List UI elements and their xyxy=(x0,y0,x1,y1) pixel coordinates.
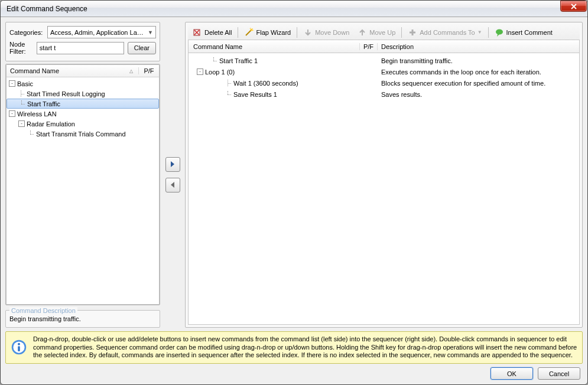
close-button[interactable] xyxy=(560,1,587,12)
arrow-down-icon xyxy=(303,28,313,37)
filter-row: Node Filter: Clear xyxy=(9,41,156,55)
tree-connector xyxy=(225,80,232,86)
command-description-body: Begin transmitting traffic. xyxy=(9,315,156,322)
delete-all-button[interactable]: Delete All xyxy=(189,27,235,38)
sequence-row-desc: Blocks sequencer execution for specified… xyxy=(378,80,579,87)
remove-left-button[interactable] xyxy=(165,178,180,192)
tree-row-label: Radar Emulation xyxy=(27,120,75,128)
tree-row-label: Wireless LAN xyxy=(17,110,57,118)
svg-rect-6 xyxy=(18,347,20,352)
sequencer-tree[interactable]: Start Traffic 1Begin transmitting traffi… xyxy=(188,53,580,325)
svg-point-5 xyxy=(18,343,20,345)
tree-connector xyxy=(28,130,35,137)
tree-row-label: Start Traffic xyxy=(27,100,60,107)
right-panel: Delete All Flap Wizard xyxy=(185,22,583,328)
triangle-right-icon xyxy=(170,161,176,168)
toolbar-sep xyxy=(488,27,489,38)
chevron-down-icon: ▼ xyxy=(477,30,482,35)
command-description-head: Command Description xyxy=(9,307,77,314)
tree-row-label: Basic xyxy=(17,80,33,87)
seq-header-command[interactable]: Command Name xyxy=(189,43,360,50)
filter-input[interactable] xyxy=(37,42,124,54)
tree-row[interactable]: Start Transmit Trials Command xyxy=(7,129,159,139)
command-tree-box: Command Name△ P/F -BasicStart Timed Resu… xyxy=(5,64,160,305)
toolbar-sep xyxy=(401,27,402,38)
tree-header-command[interactable]: Command Name xyxy=(10,67,59,74)
sequence-row[interactable]: -Loop 1 (0)Executes commands in the loop… xyxy=(189,66,579,77)
tree-connector xyxy=(18,90,25,97)
sequence-row-desc: Begin transmitting traffic. xyxy=(378,57,579,64)
tree-connector xyxy=(19,100,26,107)
close-icon xyxy=(570,4,577,9)
tree-row[interactable]: -Radar Emulation xyxy=(7,119,159,129)
add-commands-to-button[interactable]: Add Commands To ▼ xyxy=(404,27,485,38)
cancel-button[interactable]: Cancel xyxy=(538,367,580,380)
move-down-button[interactable]: Move Down xyxy=(300,27,353,38)
tree-row[interactable]: Start Traffic xyxy=(7,99,159,109)
sequencer-box: Delete All Flap Wizard xyxy=(185,22,583,328)
categories-row: Categories: Access, Admin, Application L… xyxy=(9,26,156,38)
sequence-row-label: Save Results 1 xyxy=(233,91,277,98)
footer-buttons: OK Cancel xyxy=(5,367,583,380)
svg-point-2 xyxy=(496,29,503,34)
sequencer-headers[interactable]: Command Name P/F Description xyxy=(188,40,580,53)
expand-toggle[interactable]: - xyxy=(9,80,15,87)
tree-row[interactable]: Start Timed Result Logging xyxy=(7,89,159,99)
edit-command-sequence-window: Edit Command Sequence Categories: Access… xyxy=(0,0,588,385)
sort-asc-icon: △ xyxy=(129,68,133,74)
flap-wizard-button[interactable]: Flap Wizard xyxy=(241,27,294,38)
toolbar-sep xyxy=(238,27,238,38)
svg-point-1 xyxy=(251,28,253,31)
upper-area: Categories: Access, Admin, Application L… xyxy=(5,22,583,328)
insert-comment-button[interactable]: Insert Comment xyxy=(491,27,556,38)
tree-row-label: Start Timed Result Logging xyxy=(27,90,105,97)
sequence-row[interactable]: Save Results 1Saves results. xyxy=(189,89,579,100)
clear-button[interactable]: Clear xyxy=(128,42,156,54)
command-tree[interactable]: -BasicStart Timed Result LoggingStart Tr… xyxy=(6,77,160,305)
tree-header-pf[interactable]: P/F xyxy=(139,67,159,74)
seq-header-pf[interactable]: P/F xyxy=(360,43,378,50)
expand-toggle[interactable]: - xyxy=(197,68,203,75)
tree-connector xyxy=(225,91,232,97)
sequence-row-desc: Executes commands in the loop once for e… xyxy=(378,68,579,76)
sequence-row-label: Wait 1 (3600 seconds) xyxy=(233,80,298,87)
arrow-up-icon xyxy=(358,28,367,37)
titlebar-title: Edit Command Sequence xyxy=(7,5,87,13)
sequence-row-desc: Saves results. xyxy=(378,91,579,98)
wand-icon xyxy=(244,28,254,37)
left-filter-box: Categories: Access, Admin, Application L… xyxy=(5,22,160,61)
info-text: Drag-n-drop, double-click or use add/del… xyxy=(33,335,577,360)
command-description-box: Command Description Begin transmitting t… xyxy=(5,310,160,328)
tree-connector xyxy=(211,57,218,64)
sequence-row-label: Loop 1 (0) xyxy=(205,68,235,76)
tree-row[interactable]: -Wireless LAN xyxy=(7,109,159,119)
info-icon xyxy=(11,335,27,360)
seq-header-desc[interactable]: Description xyxy=(378,43,579,50)
tree-row-label: Start Transmit Trials Command xyxy=(36,130,126,138)
move-up-button[interactable]: Move Up xyxy=(354,27,399,38)
triangle-left-icon xyxy=(170,181,176,188)
plus-icon xyxy=(408,28,417,37)
delete-all-icon xyxy=(193,28,202,37)
toolbar-sep xyxy=(297,27,297,38)
categories-value: Access, Admin, Application La… xyxy=(50,29,144,36)
content-area: Categories: Access, Admin, Application L… xyxy=(1,17,587,384)
titlebar[interactable]: Edit Command Sequence xyxy=(1,1,587,17)
add-right-button[interactable] xyxy=(165,157,180,172)
chevron-down-icon: ▼ xyxy=(148,30,153,35)
sequence-row-label: Start Traffic 1 xyxy=(219,57,258,64)
sequence-row[interactable]: Start Traffic 1Begin transmitting traffi… xyxy=(189,55,579,66)
info-bar: Drag-n-drop, double-click or use add/del… xyxy=(5,331,583,364)
filter-label: Node Filter: xyxy=(9,41,33,55)
transfer-buttons xyxy=(164,22,181,328)
sequence-row[interactable]: Wait 1 (3600 seconds)Blocks sequencer ex… xyxy=(189,77,579,89)
comment-icon xyxy=(495,28,504,37)
expand-toggle[interactable]: - xyxy=(9,110,15,117)
expand-toggle[interactable]: - xyxy=(18,120,25,127)
tree-headers[interactable]: Command Name△ P/F xyxy=(6,64,160,77)
sequencer-toolbar: Delete All Flap Wizard xyxy=(188,25,580,40)
ok-button[interactable]: OK xyxy=(490,367,533,380)
left-panel: Categories: Access, Admin, Application L… xyxy=(5,22,160,328)
categories-combo[interactable]: Access, Admin, Application La… ▼ xyxy=(47,26,156,38)
tree-row[interactable]: -Basic xyxy=(7,79,159,89)
